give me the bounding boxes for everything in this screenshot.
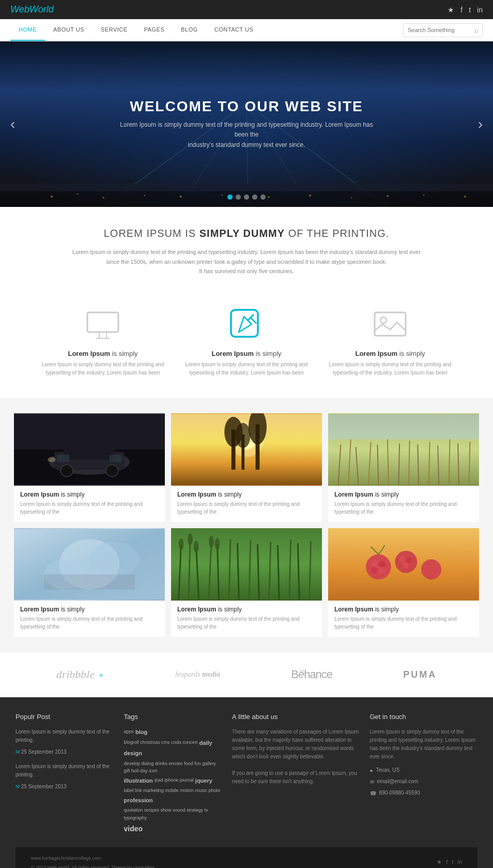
hero-dot-2[interactable]: [236, 194, 241, 200]
portfolio-item-4: Lorem Ipsum is simply Lorem Ipsum is sim…: [171, 528, 322, 637]
portfolio-title-1: Lorem Ipsum is simply: [177, 491, 316, 498]
svg-point-101: [403, 562, 409, 568]
nav-blog[interactable]: BLOG: [173, 19, 206, 41]
nav-pages[interactable]: PAGES: [136, 19, 173, 41]
footer-post-date-0: ✉ 25 September 2013: [16, 749, 67, 755]
footer-post-0: Lorem Ipsum is simply dummy text of the …: [16, 728, 114, 756]
portfolio-item-3: Lorem Ipsum is simply Lorem Ipsum is sim…: [14, 528, 165, 637]
svg-point-36: [106, 465, 118, 476]
svg-point-16: [351, 197, 352, 199]
svg-point-85: [179, 538, 184, 550]
footer-post-text-0: Lorem Ipsum is simply dummy text of the …: [16, 728, 114, 744]
monitor-icon: [85, 310, 121, 341]
footer-tags-heading: Tags: [124, 713, 222, 721]
portfolio-info-2: Lorem Ipsum is simply Lorem Ipsum is sim…: [328, 486, 479, 522]
intro-section: LOREM IPSUM IS SIMPLY DUMMY OF THE PRINT…: [0, 207, 493, 292]
footer-tags-col: Tags apps blog blogroll christmas cms co…: [124, 713, 222, 834]
footer-twitter-icon[interactable]: t: [452, 859, 453, 865]
svg-point-29: [380, 317, 387, 323]
hero-dot-4[interactable]: [252, 194, 257, 200]
svg-rect-28: [375, 312, 406, 336]
svg-point-87: [194, 541, 199, 552]
footer-rss-icon[interactable]: ★: [437, 859, 442, 865]
portfolio-title-3: Lorem Ipsum is simply: [20, 606, 159, 613]
portfolio-info-1: Lorem Ipsum is simply Lorem Ipsum is sim…: [171, 486, 322, 522]
phone-icon: ☎: [370, 789, 376, 798]
footer-location-text: Texas, US: [376, 766, 400, 774]
feature-body-2: Lorem Ipsum is simply dummy text of the …: [328, 361, 452, 377]
feature-item-pencil: Lorem Ipsum is simply Lorem Ipsum is sim…: [184, 307, 309, 377]
portfolio-body-0: Lorem Ipsum is simply dummy text of the …: [20, 500, 159, 516]
hero-title: WELCOME TO OUR WEB SITE: [117, 98, 376, 115]
logo-world: World: [29, 4, 54, 14]
footer-grid: Populr Post Lorem Ipsum is simply dummy …: [16, 713, 477, 847]
svg-point-14: [268, 196, 270, 198]
facebook-icon[interactable]: f: [460, 6, 463, 14]
portfolio-title-2: Lorem Ipsum is simply: [334, 491, 473, 498]
feature-icon-pencil: [228, 307, 265, 343]
search-bar: ⌕: [403, 23, 483, 37]
main-nav: HOME ABOUT US SERVICE PAGES BLOG CONTACT…: [0, 19, 493, 41]
nav-service[interactable]: SERVICE: [93, 19, 136, 41]
footer-phone: ☎ 890-09880-45590: [370, 789, 478, 798]
intro-body: Lorem Ipsum is simply dummy text of the …: [66, 247, 427, 276]
svg-rect-34: [64, 444, 114, 459]
portfolio-item-0: Lorem Ipsum is simply Lorem Ipsum is sim…: [14, 413, 165, 522]
portfolio-body-1: Lorem Ipsum is simply dummy text of the …: [177, 500, 316, 516]
footer-location: ● Texas, US: [370, 766, 478, 775]
hero-content: WELCOME TO OUR WEB SITE Lorem Ipsum is s…: [117, 98, 376, 150]
footer-email-text: email@email.com: [377, 777, 419, 786]
hero-dot-3[interactable]: [244, 194, 249, 200]
footer-email: ✉ email@email.com: [370, 777, 478, 786]
nav-home[interactable]: HOME: [10, 19, 45, 41]
svg-point-35: [61, 465, 73, 476]
top-social-links: ★ f t in: [448, 6, 483, 14]
svg-point-11: [144, 195, 146, 197]
svg-point-86: [188, 533, 193, 545]
svg-rect-6: [0, 184, 493, 191]
svg-rect-25: [231, 310, 258, 337]
hero-prev-button[interactable]: ‹: [10, 116, 15, 132]
svg-point-13: [222, 194, 223, 196]
rss-icon[interactable]: ★: [448, 6, 454, 14]
linkedin-icon[interactable]: in: [477, 6, 483, 14]
footer-contact-intro: Lorem Ipsum is simply dummy text of the …: [370, 728, 478, 761]
svg-point-48: [236, 423, 251, 448]
footer-linkedin-icon[interactable]: in: [457, 859, 462, 865]
feature-title-1: Lorem Ipsum is simply: [184, 350, 309, 357]
search-button[interactable]: ⌕: [471, 24, 482, 37]
intro-heading: LOREM IPSUM IS SIMPLY DUMMY OF THE PRINT…: [41, 228, 452, 240]
portfolio-info-0: Lorem Ipsum is simply Lorem Ipsum is sim…: [14, 486, 165, 522]
portfolio-item-2: Lorem Ipsum is simply Lorem Ipsum is sim…: [328, 413, 479, 522]
feature-icon-monitor: [85, 307, 121, 343]
feature-title-0: Lorem Ipsum is simply: [41, 350, 165, 357]
footer-about-col: A little about us There are many variati…: [232, 713, 359, 834]
nav-contact[interactable]: CONTACT US: [206, 19, 262, 41]
svg-point-18: [423, 194, 425, 196]
hero-next-button[interactable]: ›: [478, 116, 483, 132]
footer-facebook-icon[interactable]: f: [446, 859, 448, 865]
twitter-icon[interactable]: t: [469, 6, 471, 14]
svg-rect-69: [44, 575, 134, 590]
portfolio-body-4: Lorem Ipsum is simply dummy text of the …: [177, 615, 316, 631]
hero-section: ‹ WELCOME TO OUR WEB SITE Lorem Ipsum is…: [0, 41, 493, 207]
feature-item-monitor: Lorem Ipsum is simply Lorem Ipsum is sim…: [41, 307, 165, 377]
footer-post-1: Lorem Ipsum is simply dummy text of the …: [16, 762, 114, 791]
footer-copyright: © 2013 Web world. All rights reserved. T…: [31, 865, 155, 868]
portfolio-body-2: Lorem Ipsum is simply dummy text of the …: [334, 500, 473, 516]
nav-about[interactable]: ABOUT US: [45, 19, 93, 41]
brand-puma: PUMA: [403, 669, 437, 680]
footer-tags-list: apps blog blogroll christmas cms coda co…: [124, 728, 222, 834]
svg-line-27: [251, 318, 256, 323]
portfolio-body-3: Lorem Ipsum is simply dummy text of the …: [20, 615, 159, 631]
svg-point-99: [399, 556, 406, 562]
svg-point-12: [180, 196, 182, 198]
hero-dot-5[interactable]: [260, 194, 266, 200]
svg-point-98: [378, 567, 386, 574]
hero-dot-1[interactable]: [227, 194, 233, 200]
svg-point-89: [215, 538, 220, 550]
search-input[interactable]: [404, 24, 471, 36]
footer-about-body: There are many variations of passages of…: [232, 728, 359, 786]
feature-item-image: Lorem Ipsum is simply Lorem Ipsum is sim…: [328, 307, 452, 377]
location-icon: ●: [370, 767, 373, 775]
